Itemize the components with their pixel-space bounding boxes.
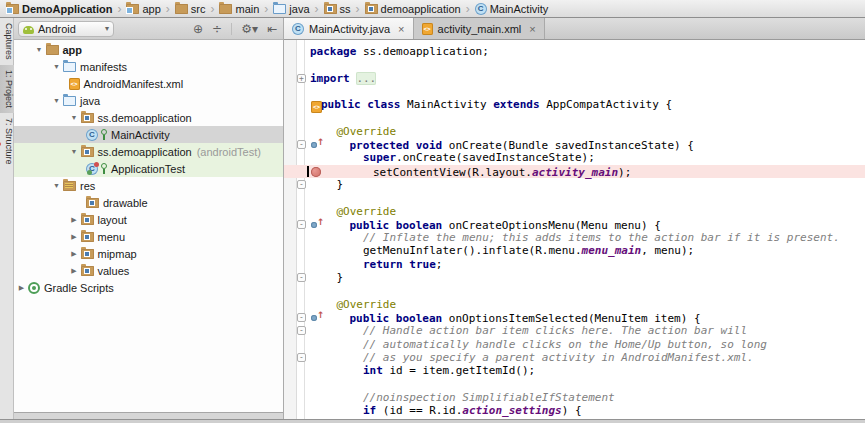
code-line-25[interactable]: int id = item.getItemId(); (284, 364, 865, 377)
tree-item-values[interactable]: ▶values (14, 262, 283, 279)
breadcrumb-separator: › (463, 1, 473, 17)
view-selector-combo[interactable]: Android ▾ (18, 21, 114, 37)
tree-item-menu[interactable]: ▶menu (14, 228, 283, 245)
code-line-20[interactable]: @Override (284, 298, 865, 311)
chevron-collapsed-icon[interactable]: ▶ (16, 284, 27, 292)
code-line-27[interactable]: //noinspection SimplifiableIfStatement (284, 391, 865, 404)
code-line-1[interactable]: package ss.demoapplication; (284, 45, 865, 58)
chevron-expanded-icon[interactable]: ▼ (51, 63, 62, 70)
breadcrumb-item-src[interactable]: src (173, 3, 208, 15)
tree-item-java[interactable]: ▼java (14, 92, 283, 109)
breadcrumb-item-main[interactable]: main (217, 3, 261, 15)
code-line-16[interactable]: getMenuInflater().inflate(R.menu.menu_ma… (284, 244, 865, 257)
fold-marker[interactable]: - (297, 326, 306, 335)
chevron-collapsed-icon[interactable]: ▶ (69, 233, 80, 241)
tree-item-AndroidManifest-xml[interactable]: AndroidManifest.xml (14, 75, 283, 92)
close-icon[interactable]: × (398, 23, 404, 35)
fold-marker[interactable]: - (297, 220, 306, 229)
chevron-collapsed-icon[interactable]: ▶ (69, 267, 80, 275)
tree-item-label: manifests (80, 61, 127, 73)
code-line-11[interactable]: - } (284, 178, 865, 191)
code-line-9[interactable]: super.onCreate(savedInstanceState); (284, 151, 865, 164)
tree-item-ss-demoapplication[interactable]: ▼ss.demoapplication(androidTest) (14, 143, 283, 160)
code-line-13[interactable]: @Override (284, 205, 865, 218)
fold-marker[interactable]: + (297, 74, 306, 83)
override-marker-icon[interactable] (311, 139, 324, 150)
toolwindow-tab-1-Project[interactable]: 1: Project (0, 65, 14, 113)
code-line-15[interactable]: // Inflate the menu; this adds items to … (284, 231, 865, 244)
class-icon (475, 3, 487, 15)
breakpoint-icon[interactable] (311, 167, 321, 177)
code-line-14[interactable]: - public boolean onCreateOptionsMenu(Men… (284, 218, 865, 231)
locate-source-icon[interactable]: ⊕ (193, 22, 203, 36)
tree-item-layout[interactable]: ▶layout (14, 211, 283, 228)
code-line-5[interactable]: public class MainActivity extends AppCom… (284, 98, 865, 111)
code-line-24[interactable]: - // as you specify a parent activity in… (284, 351, 865, 364)
fold-marker[interactable]: - (297, 140, 306, 149)
code-line-28[interactable]: if (id == R.id.action_settings) { (284, 404, 865, 417)
breadcrumb-item-MainActivity[interactable]: MainActivity (473, 3, 551, 15)
chevron-collapsed-icon[interactable]: ▶ (69, 216, 80, 224)
code-line-8[interactable]: - protected void onCreate(Bundle savedIn… (284, 138, 865, 151)
code-line-3[interactable]: +import ... (284, 72, 865, 85)
tree-item-Gradle-Scripts[interactable]: ▶Gradle Scripts (14, 279, 283, 296)
code-text: public boolean onOptionsItemSelected(Men… (323, 312, 701, 325)
hide-panel-icon[interactable]: ⇤ (267, 22, 277, 36)
code-line-2[interactable] (284, 58, 865, 71)
settings-icon[interactable]: ⚙▾ (241, 22, 258, 36)
code-text: getMenuInflater().inflate(R.menu.menu_ma… (310, 244, 694, 257)
tree-item-mipmap[interactable]: ▶mipmap (14, 245, 283, 262)
tree-item-app[interactable]: ▼app (14, 41, 283, 58)
code-text: import ... (310, 72, 376, 85)
code-line-22[interactable]: - // Handle action bar item clicks here.… (284, 324, 865, 337)
override-marker-icon[interactable] (311, 219, 324, 230)
chevron-expanded-icon[interactable]: ▼ (69, 114, 80, 121)
close-icon[interactable]: × (529, 23, 535, 35)
code-text: @Override (310, 125, 396, 138)
chevron-expanded-icon[interactable]: ▼ (34, 46, 45, 53)
code-line-12[interactable] (284, 191, 865, 204)
breadcrumb-item-demoapplication[interactable]: demoapplication (363, 3, 463, 15)
code-line-23[interactable]: // automatically handle clicks on the Ho… (284, 338, 865, 351)
chevron-expanded-icon[interactable]: ▼ (51, 97, 62, 104)
class-icon (86, 129, 98, 141)
override-marker-icon[interactable] (311, 312, 324, 323)
code-line-6[interactable] (284, 111, 865, 124)
tree-item-MainActivity[interactable]: MainActivity (14, 126, 283, 143)
toolwindow-tab-Captures[interactable]: Captures (0, 18, 14, 65)
tree-item-res[interactable]: ▼res (14, 177, 283, 194)
fold-marker[interactable]: - (297, 180, 306, 189)
code-line-10[interactable]: setContentView(R.layout.activity_main); (284, 165, 865, 178)
fold-marker[interactable]: - (297, 353, 306, 362)
collapse-all-icon[interactable]: ÷ (212, 22, 222, 36)
file-xml-icon (422, 23, 433, 35)
code-line-17[interactable]: return true; (284, 258, 865, 271)
code-line-18[interactable]: - } (284, 271, 865, 284)
chevron-expanded-icon[interactable]: ▼ (51, 182, 62, 189)
chevron-collapsed-icon[interactable]: ▶ (69, 250, 80, 258)
breadcrumb-item-ss[interactable]: ss (322, 3, 353, 15)
code-editor[interactable]: package ss.demoapplication;+import ...pu… (284, 40, 865, 419)
code-text: if (id == R.id.action_settings) { (310, 404, 582, 417)
fold-marker[interactable]: - (297, 273, 306, 282)
breadcrumb-item-DemoApplication[interactable]: DemoApplication (4, 3, 114, 15)
toolwindow-tab-7-Structure[interactable]: 7: Structure (0, 113, 14, 170)
code-line-19[interactable] (284, 284, 865, 297)
tree-item-ss-demoapplication[interactable]: ▼ss.demoapplication (14, 109, 283, 126)
tree-item-ApplicationTest[interactable]: ApplicationTest (14, 160, 283, 177)
tree-item-drawable[interactable]: drawable (14, 194, 283, 211)
editor-tab-activity_main-xml[interactable]: activity_main.xml× (414, 18, 545, 39)
editor-pane: MainActivity.java×activity_main.xml× pac… (283, 18, 865, 419)
chevron-expanded-icon[interactable]: ▼ (69, 148, 80, 155)
code-line-21[interactable]: - public boolean onOptionsItemSelected(M… (284, 311, 865, 324)
code-line-7[interactable]: @Override (284, 125, 865, 138)
code-line-26[interactable] (284, 377, 865, 390)
breadcrumb-item-app[interactable]: app (124, 3, 162, 15)
code-line-4[interactable] (284, 85, 865, 98)
folder-icon (219, 4, 232, 14)
code-text: public boolean onCreateOptionsMenu(Menu … (323, 219, 661, 232)
editor-tab-MainActivity-java[interactable]: MainActivity.java× (284, 18, 414, 39)
fold-marker[interactable]: - (297, 313, 306, 322)
breadcrumb-item-java[interactable]: java (271, 3, 311, 15)
tree-item-manifests[interactable]: ▼manifests (14, 58, 283, 75)
